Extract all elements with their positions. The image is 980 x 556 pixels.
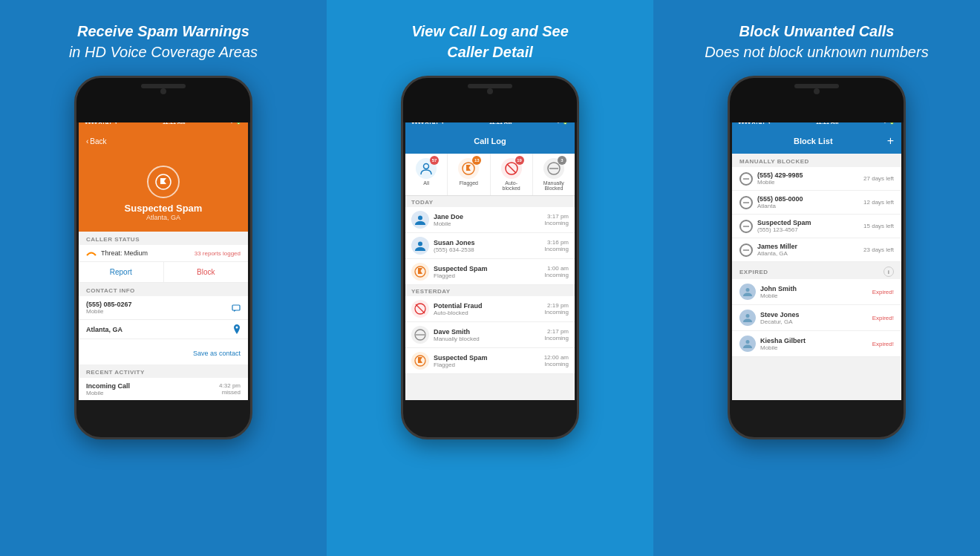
john-smith-avatar [739,284,756,300]
blocked-james-info: James Miller Atlanta, GA [757,243,859,257]
nav-bar-3: Block List + [732,128,901,154]
svg-point-2 [236,327,238,329]
call-potential-fraud[interactable]: Potential Fraud Auto-blocked 2:19 pm Inc… [405,296,575,322]
recent-call-type: Incoming Call [86,382,130,390]
svg-rect-1 [232,305,240,310]
kiesha-gilbert-info: Kiesha Gilbert Mobile [760,337,868,351]
day-yesterday: YESTERDAY [405,285,575,296]
john-smith-status: Expired! [872,289,894,295]
panel-3-title: Block Unwanted Calls Does not block unkn… [705,21,928,62]
jane-doe-info: Jane Doe Mobile [434,213,540,227]
autoblocked-label: Auto-blocked [503,180,520,191]
reports-count: 33 reports logged [195,250,241,257]
expired-info-icon[interactable]: i [883,266,894,277]
carrier-2: ●●●● AT&T ▼ [411,120,445,125]
phone-camera-3 [814,88,820,94]
no-entry-icon-1 [742,175,750,183]
blocked-555-429: (555) 429-9985 Mobile 27 days left [732,167,901,191]
carrier-1: ●●●● AT&T ▼ [85,120,119,125]
call-dave-smith[interactable]: Dave Smith Manually blocked 2:17 pm Inco… [405,322,575,348]
blocked-555-429-days: 27 days left [863,175,894,182]
report-button[interactable]: Report [79,262,164,282]
phone-2: ●●●● AT&T ▼ 12:21 AM ✱ 🔋 Call Log [401,76,579,439]
call-suspected-spam-yest[interactable]: Suspected Spam Flagged 12:00 am Incoming [405,348,575,374]
block-button[interactable]: Block [164,262,249,282]
add-block-button[interactable]: + [887,134,894,148]
no-entry-icon-2 [742,199,750,206]
signal-2: ✱ 🔋 [556,119,569,125]
status-bar-2: ●●●● AT&T ▼ 12:21 AM ✱ 🔋 [405,115,575,128]
recent-call-channel: Mobile [86,390,130,396]
phone-type: Mobile [86,308,132,315]
dave-info: Dave Smith Manually blocked [434,328,540,342]
status-bar-1: ●●●● AT&T ▼ 12:21 AM ✱ 🔋 [79,115,248,128]
threat-label: Threat: Medium [101,249,148,257]
filter-autoblocked[interactable]: 19 Auto-blocked [491,154,533,195]
call-suspected-spam-today[interactable]: Suspected Spam Flagged 1:00 am Incoming [405,259,575,285]
spam-header: Suspected Spam Atlanta, GA [79,154,248,232]
nav-title-3: Block List [739,137,887,145]
susan-jones-avatar [411,237,429,255]
panel-1-title: Receive Spam Warnings in HD Voice Covera… [69,21,258,62]
svg-point-10 [418,242,422,246]
filter-flagged[interactable]: 13 Flagged [448,154,490,195]
carrier-3: ●●●● AT&T ▼ [738,120,772,125]
blocked-spam-info: Suspected Spam (555) 123-4567 [757,219,859,233]
susan-jones-info: Susan Jones (555) 634-2538 [434,239,540,253]
spam-yest-info: Suspected Spam Flagged [434,354,540,368]
nav-bar-2: Call Log [405,128,575,154]
kiesha-gilbert-person-icon [742,338,753,349]
manualblocked-icon [547,162,561,175]
back-button-1[interactable]: ‹ Back [86,137,107,145]
filter-manualblocked[interactable]: 3 ManuallyBlocked [533,154,575,195]
status-bar-3: ●●●● AT&T ▼ 12:21 AM ✱ 🔋 [732,115,901,128]
phone-1: ●●●● AT&T ▼ 12:21 AM ✱ 🔋 ‹ Back [74,76,252,439]
flag-yest-icon [414,355,426,367]
save-contact-link[interactable]: Save as contact [193,350,241,357]
save-contact-row: Save as contact [79,339,248,364]
time-3: 12:21 AM [816,120,838,125]
screen-3: ●●●● AT&T ▼ 12:21 AM ✱ 🔋 Block List + MA… [732,115,901,400]
call-jane-doe[interactable]: Jane Doe Mobile 3:17 pm Incoming [405,207,575,233]
flagged-label: Flagged [460,180,478,186]
svg-point-21 [746,288,750,292]
section-caller-status: CALLER STATUS [79,232,248,245]
phone-camera-2 [487,88,493,94]
blocked-555-429-info: (555) 429-9985 Mobile [757,171,859,186]
location-contact-row: Atlanta, GA [79,320,248,339]
svg-line-13 [416,304,425,313]
all-badge: 57 [430,156,439,165]
phone-camera [160,88,166,94]
blocked-555-085-info: (555) 085-0000 Atlanta [757,195,859,209]
call-susan-jones[interactable]: Susan Jones (555) 634-2538 3:16 pm Incom… [405,233,575,259]
day-today: TODAY [405,196,575,207]
jane-doe-avatar [411,211,429,229]
flagged-badge: 13 [472,156,481,165]
svg-point-3 [424,164,429,169]
panel-2-title: View Call Log and SeeCaller Detail [411,21,569,62]
expired-steve-jones: Steve Jones Decatur, GA Expired! [732,305,901,331]
nav-title-2: Call Log [413,137,567,145]
filter-all[interactable]: 57 All [405,154,448,195]
svg-point-9 [418,216,422,220]
spam-today-info: Suspected Spam Flagged [434,265,540,279]
svg-point-22 [746,314,750,318]
location-value: Atlanta, GA [86,326,122,333]
steve-jones-person-icon [742,313,753,323]
section-contact-info: CONTACT INFO [79,283,248,296]
spam-caller-name: Suspected Spam [125,203,203,214]
section-expired: EXPIRED i [732,262,901,279]
phone-number: (555) 085-0267 [86,301,132,308]
no-entry-icon-4 [742,246,750,254]
screen-1: ●●●● AT&T ▼ 12:21 AM ✱ 🔋 ‹ Back [79,115,248,400]
blocked-555-085: (555) 085-0000 Atlanta 12 days left [732,191,901,215]
svg-point-23 [746,340,750,344]
fraud-icon [411,300,429,318]
steve-jones-avatar [739,310,756,326]
fraud-info: Potential Fraud Auto-blocked [434,302,540,316]
block-icon-1 [739,172,753,186]
manualblocked-badge: 3 [558,156,566,165]
steve-jones-status: Expired! [872,315,894,321]
spam-flag-avatar [411,263,429,281]
screen-2: ●●●● AT&T ▼ 12:21 AM ✱ 🔋 Call Log [405,115,575,400]
